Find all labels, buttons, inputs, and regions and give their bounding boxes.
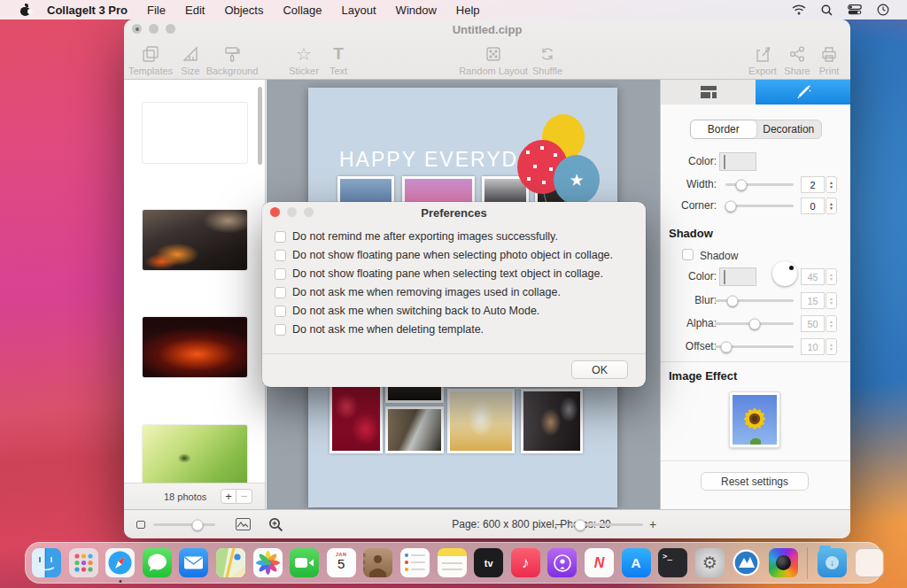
dock-icon-contacts[interactable] (363, 548, 392, 577)
image-effect-preview[interactable] (729, 391, 780, 448)
slider-thumb[interactable] (726, 295, 738, 306)
dock-icon-calendar[interactable]: JAN 5 (327, 548, 356, 577)
dock-icon-terminal[interactable]: >_ (658, 548, 687, 577)
menu-collage[interactable]: Collage (283, 4, 322, 17)
menu-layout[interactable]: Layout (342, 4, 376, 17)
shadow-blur-slider[interactable] (715, 299, 794, 302)
shadow-checkbox[interactable] (682, 249, 694, 260)
menu-objects[interactable]: Objects (224, 4, 263, 17)
pref-checkbox-removing-images[interactable] (275, 287, 286, 298)
slider-thumb[interactable] (575, 519, 586, 530)
tab-effects[interactable] (756, 80, 850, 104)
border-width-value[interactable]: 2 (801, 176, 825, 193)
collage-photo-raspberries[interactable] (329, 384, 383, 453)
photo-thumbnail-sunset[interactable] (143, 317, 247, 377)
pref-checkbox-auto-mode[interactable] (275, 306, 286, 317)
border-color-swatch[interactable] (719, 152, 756, 171)
dock-icon-reminders[interactable] (400, 548, 430, 577)
reset-settings-button[interactable]: Reset settings (701, 472, 809, 491)
slider-thumb[interactable] (721, 341, 733, 352)
dock-icon-notes[interactable] (438, 548, 467, 577)
segment-decoration[interactable]: Decoration (756, 120, 822, 138)
menu-window[interactable]: Window (396, 4, 437, 17)
thumbnail-size-slider[interactable] (153, 523, 215, 526)
menu-help[interactable]: Help (456, 4, 480, 17)
title-bar[interactable]: Untitled.cipp (124, 19, 850, 38)
slider-thumb[interactable] (736, 179, 748, 190)
dock-icon-messages[interactable] (143, 548, 172, 577)
shadow-blur-stepper[interactable]: ▲▼ (826, 292, 837, 309)
collage-title-text[interactable]: HAPPY EVERYDAY (339, 148, 547, 172)
dock-icon-trash[interactable] (855, 548, 884, 577)
dock-icon-facetime[interactable] (290, 548, 319, 577)
photo-thumbnail-dog[interactable] (143, 103, 247, 163)
slider-thumb[interactable] (748, 318, 760, 329)
text-button[interactable]: T Text (298, 43, 378, 76)
dock-icon-system-preferences[interactable]: ⚙ (695, 548, 725, 577)
zoom-in-button[interactable]: + (649, 517, 656, 531)
dock-icon-finder[interactable] (32, 548, 61, 577)
canvas-zoom-slider[interactable] (570, 523, 643, 526)
dock-icon-app-store[interactable]: A (622, 548, 651, 577)
collage-photo-revolver[interactable] (385, 406, 444, 453)
slider-thumb[interactable] (192, 519, 204, 530)
dock-icon-music[interactable]: ♪ (511, 548, 540, 577)
zoom-tool-icon[interactable] (268, 517, 283, 532)
clock-icon[interactable] (877, 4, 889, 16)
border-corner-stepper[interactable]: ▲▼ (826, 197, 837, 214)
shadow-angle-stepper[interactable]: ▲▼ (826, 268, 837, 285)
ok-button[interactable]: OK (571, 360, 628, 379)
border-width-stepper[interactable]: ▲▼ (826, 176, 837, 193)
pref-checkbox-export-reminder[interactable] (275, 231, 286, 243)
apple-menu-icon[interactable] (19, 4, 31, 16)
dock-icon-podcasts[interactable] (547, 548, 577, 577)
menu-edit[interactable]: Edit (185, 4, 205, 17)
shadow-alpha-value[interactable]: 50 (801, 315, 825, 332)
shadow-alpha-slider[interactable] (715, 322, 794, 325)
dock-icon-tv[interactable]: tv (474, 548, 503, 577)
shadow-angle-value[interactable]: 45 (801, 268, 825, 285)
zoom-out-button[interactable]: − (554, 517, 562, 531)
shadow-blur-value[interactable]: 15 (801, 292, 825, 309)
segment-border[interactable]: Border (691, 120, 756, 138)
collage-photo-woman[interactable] (521, 389, 583, 453)
shadow-color-swatch[interactable] (719, 267, 756, 286)
dock-icon-collageit[interactable] (769, 548, 798, 577)
tab-layout[interactable] (661, 80, 756, 104)
collage-photo-white-dog[interactable] (447, 389, 515, 453)
dock-icon-photos[interactable] (253, 548, 283, 577)
pref-checkbox-text-floating-pane[interactable] (275, 268, 286, 280)
pref-checkbox-deleting-template[interactable] (275, 324, 286, 336)
print-button[interactable]: Print (789, 43, 850, 76)
blue-star-balloon-sticker[interactable]: ★ (554, 155, 600, 205)
dock-icon-maps[interactable] (216, 548, 245, 577)
shadow-offset-value[interactable]: 10 (801, 338, 825, 355)
dock-icon-safari[interactable] (105, 548, 135, 577)
photo-thumbnail-fire-scene[interactable] (143, 210, 247, 270)
shadow-alpha-stepper[interactable]: ▲▼ (826, 315, 837, 332)
shadow-offset-stepper[interactable]: ▲▼ (826, 338, 837, 355)
add-photos-button[interactable]: + (221, 489, 236, 504)
dock-icon-downloads-folder[interactable]: ↓ (818, 548, 847, 577)
photo-thumbnail-green-insect[interactable] (143, 425, 247, 485)
shadow-angle-dial[interactable] (772, 261, 797, 286)
menu-file[interactable]: File (147, 4, 166, 17)
pref-checkbox-photo-floating-pane[interactable] (275, 250, 286, 261)
border-width-slider[interactable] (725, 183, 794, 186)
menu-app-name[interactable]: CollageIt 3 Pro (47, 4, 128, 17)
background-button[interactable]: Background (192, 43, 272, 76)
dock-icon-news[interactable]: N (585, 548, 614, 577)
shadow-offset-slider[interactable] (715, 345, 794, 348)
slider-thumb[interactable] (725, 200, 737, 212)
search-icon[interactable] (821, 4, 833, 16)
border-corner-slider[interactable] (725, 205, 794, 207)
wifi-icon[interactable] (792, 4, 806, 15)
shuffle-button[interactable]: Shuffle (508, 43, 587, 76)
control-center-icon[interactable] (848, 4, 862, 15)
sidebar-scrollbar[interactable] (258, 87, 262, 165)
dock-icon-launchpad[interactable] (69, 548, 98, 577)
border-corner-value[interactable]: 0 (801, 197, 825, 214)
dock-icon-mail[interactable] (179, 548, 208, 577)
remove-photos-button[interactable]: − (236, 489, 252, 504)
dialog-title-bar[interactable]: Preferences (262, 202, 646, 221)
